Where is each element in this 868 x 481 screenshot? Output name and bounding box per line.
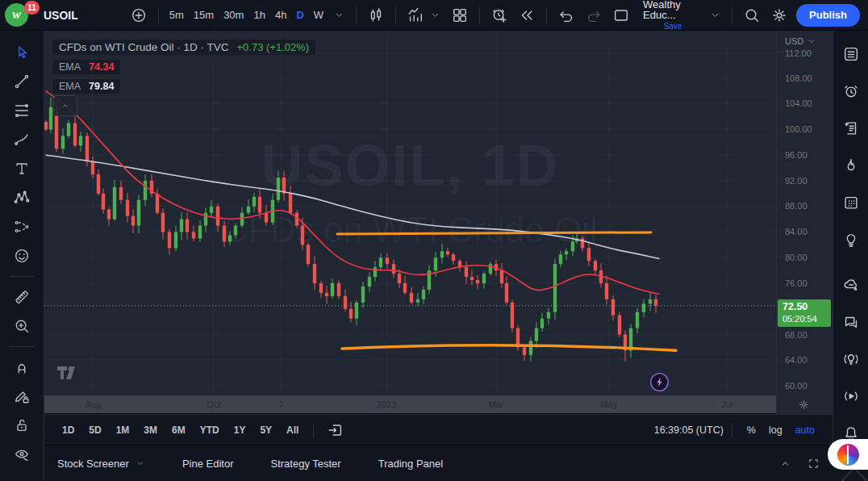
fullscreen-icon[interactable] — [807, 458, 820, 470]
interval-button-d[interactable]: D — [291, 5, 308, 26]
save-label[interactable]: Save — [664, 23, 682, 31]
tab-stock-screener[interactable]: Stock Screener — [57, 458, 145, 470]
ideas-panel-button[interactable] — [837, 221, 865, 258]
boost-lightning-badge[interactable] — [649, 372, 670, 395]
price-tick: 84.00 — [785, 227, 807, 236]
indicator-row[interactable]: EMA 74.34 — [52, 60, 120, 74]
live-ideas-panel-button[interactable] — [837, 341, 865, 378]
interval-menu-button[interactable] — [328, 4, 350, 27]
percent-scale-button[interactable]: % — [741, 423, 762, 437]
range-button-1d[interactable]: 1D — [56, 422, 81, 438]
bar-countdown: 05:20:54 — [782, 314, 831, 325]
time-axis[interactable]: AugOct72023MarMayJul — [44, 395, 776, 414]
range-button-1m[interactable]: 1M — [110, 422, 136, 438]
price-axis[interactable]: USD 72.50 05:20:54 112.00108.00104.00100… — [776, 31, 833, 395]
watchlist-panel-button[interactable] — [837, 36, 865, 73]
undo-button[interactable] — [553, 4, 580, 27]
layout-select-button[interactable] — [607, 4, 635, 27]
indicator-value: 74.34 — [89, 61, 114, 73]
toolbar-separator — [356, 6, 357, 24]
emoji-tool[interactable] — [6, 241, 37, 270]
toolbar-separator — [732, 423, 732, 437]
range-button-all[interactable]: All — [280, 422, 305, 438]
last-price-label: 72.50 05:20:54 — [778, 299, 831, 327]
minds-panel-button[interactable] — [837, 266, 865, 303]
ruler-icon — [13, 288, 31, 306]
layout-name: Wealthy Educ... — [643, 0, 703, 20]
indicator-row[interactable]: EMA 79.84 — [52, 79, 120, 94]
redo-button[interactable] — [580, 4, 607, 27]
magnet-mode-button[interactable] — [6, 353, 37, 382]
range-button-1y[interactable]: 1Y — [227, 422, 252, 438]
tab-strategy-tester[interactable]: Strategy Tester — [270, 458, 340, 470]
go-to-date-button[interactable] — [322, 419, 349, 441]
interval-button-1h[interactable]: 1h — [248, 5, 269, 26]
chat-panel-button[interactable] — [837, 303, 865, 341]
chevron-up-icon[interactable] — [779, 458, 791, 470]
ai-assistant-button[interactable] — [828, 439, 868, 470]
search-icon — [743, 6, 761, 24]
chart-settings-button[interactable] — [766, 4, 793, 27]
tab-pine-editor[interactable]: Pine Editor — [182, 458, 234, 470]
range-button-5d[interactable]: 5D — [82, 422, 107, 438]
chart-pane[interactable]: USOIL, 1D CFDs on WTI Crude Oil CFDs on … — [44, 31, 776, 395]
toolbar-separator — [479, 6, 480, 24]
range-button-6m[interactable]: 6M — [165, 422, 192, 438]
range-button-5y[interactable]: 5Y — [253, 422, 278, 438]
time-tick: Aug — [85, 399, 101, 409]
toolbar-separator — [732, 6, 732, 24]
interval-button-15m[interactable]: 15m — [189, 5, 219, 26]
lock-drawings-button[interactable] — [6, 411, 37, 440]
collapse-indicators-button[interactable] — [53, 95, 77, 116]
alerts-panel-button[interactable] — [837, 73, 865, 110]
layout-menu-chevron[interactable] — [704, 4, 726, 27]
measure-tool[interactable] — [6, 282, 37, 312]
interval-button-w[interactable]: W — [309, 5, 328, 26]
news-panel-button[interactable] — [837, 110, 865, 147]
hotlists-panel-button[interactable] — [837, 147, 865, 184]
publish-button[interactable]: Publish — [796, 4, 860, 27]
quick-search-button[interactable] — [738, 4, 766, 27]
calendar-panel-button[interactable] — [837, 184, 865, 221]
price-tick: 60.00 — [785, 381, 807, 391]
multichart-layout-button[interactable] — [446, 4, 474, 27]
tradingview-logo[interactable] — [56, 365, 81, 384]
layout-name-menu[interactable]: Wealthy Educ... Save — [643, 0, 703, 31]
hide-drawings-button[interactable] — [6, 440, 37, 469]
cursor-tool[interactable] — [6, 38, 37, 67]
legend-title: CFDs on WTI Crude Oil · 1D · TVC — [59, 41, 229, 53]
stay-in-drawing-mode-button[interactable] — [6, 382, 37, 411]
interval-button-4h[interactable]: 4h — [270, 5, 291, 26]
indicators-menu-button[interactable] — [424, 4, 446, 27]
fib-retracement-tool[interactable] — [6, 96, 37, 125]
text-icon — [13, 160, 31, 178]
brush-tool[interactable] — [6, 125, 37, 154]
server-clock[interactable]: 16:39:05 (UTC) — [654, 425, 724, 436]
bar-replay-button[interactable] — [513, 4, 540, 27]
toolbar-separator — [10, 346, 34, 347]
range-button-3m[interactable]: 3M — [137, 422, 164, 438]
lock-icon — [13, 416, 31, 434]
add-symbol-button[interactable] — [125, 4, 152, 27]
symbol-legend-row[interactable]: CFDs on WTI Crude Oil · 1D · TVC +0.73 (… — [52, 40, 315, 55]
zoom-in-tool[interactable] — [6, 312, 37, 341]
create-alert-button[interactable] — [486, 4, 513, 27]
time-tick: May — [601, 399, 618, 409]
interval-button-30m[interactable]: 30m — [219, 5, 248, 26]
symbol-search-button[interactable]: USOIL — [44, 9, 78, 22]
interval-button-5m[interactable]: 5m — [165, 5, 189, 26]
range-button-ytd[interactable]: YTD — [194, 422, 226, 438]
log-scale-button[interactable]: log — [762, 423, 789, 437]
user-menu-button[interactable]: w 11 — [5, 3, 32, 27]
forecast-tool[interactable] — [6, 212, 37, 241]
time-tick: 2023 — [377, 399, 396, 409]
chart-style-button[interactable] — [362, 4, 390, 27]
trend-line-tool[interactable] — [6, 67, 37, 96]
pattern-tool[interactable] — [6, 183, 37, 212]
tab-trading-panel[interactable]: Trading Panel — [378, 458, 443, 470]
text-tool[interactable] — [6, 154, 37, 183]
alarm-icon — [842, 82, 860, 100]
bottom-toolbar: 1D5D1M3M6MYTD1Y5YAll 16:39:05 (UTC) % lo… — [44, 414, 833, 445]
auto-scale-button[interactable]: auto — [789, 423, 821, 437]
streams-panel-button[interactable] — [837, 378, 865, 415]
